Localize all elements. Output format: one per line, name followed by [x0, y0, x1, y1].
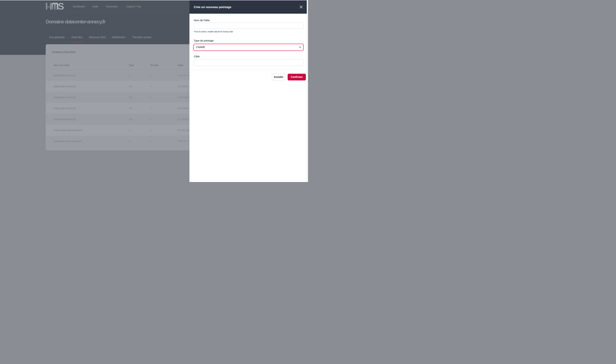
svg-text:S: S — [58, 2, 64, 10]
